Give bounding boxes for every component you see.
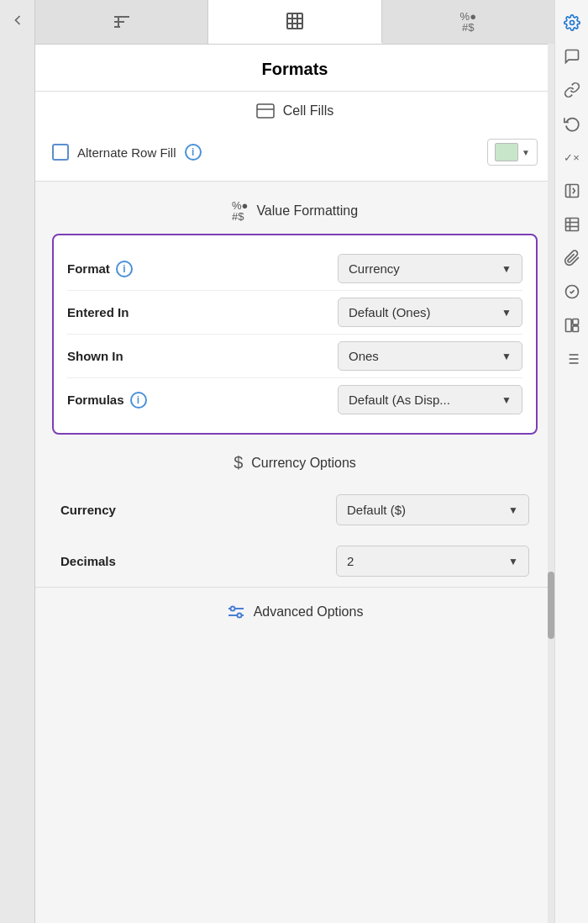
- tab-hierarchy[interactable]: [35, 0, 208, 44]
- formulas-arrow: ▼: [501, 394, 512, 406]
- alternate-row-fill-info[interactable]: i: [185, 144, 202, 161]
- shown-in-label: Shown In: [67, 349, 123, 363]
- scrollbar-thumb[interactable]: [548, 572, 554, 639]
- alt-row-left: Alternate Row Fill i: [52, 144, 202, 161]
- svg-point-14: [237, 614, 241, 618]
- entered-in-arrow: ▼: [501, 307, 512, 319]
- decimals-select[interactable]: 2 ▼: [336, 546, 529, 577]
- value-formatting-header: %● #$ Value Formatting: [35, 185, 554, 234]
- currency-select[interactable]: Default ($) ▼: [336, 494, 529, 525]
- svg-rect-9: [257, 104, 274, 118]
- formulas-label: Formulas i: [67, 392, 147, 409]
- svg-rect-18: [565, 219, 578, 231]
- collapse-panel-button[interactable]: [0, 0, 35, 923]
- entered-in-row: Entered In Default (Ones) ▼: [67, 290, 522, 334]
- currency-options-label: Currency Options: [251, 456, 356, 471]
- decimals-select-arrow: ▼: [508, 556, 518, 567]
- format-select-arrow: ▼: [501, 263, 512, 275]
- alternate-row-fill-label: Alternate Row Fill: [77, 145, 176, 160]
- advanced-options-label: Advanced Options: [254, 604, 364, 620]
- advanced-options-button[interactable]: Advanced Options: [35, 588, 554, 645]
- svg-rect-25: [572, 326, 578, 332]
- format-info-icon[interactable]: i: [116, 261, 133, 277]
- right-sidebar: ✓×: [554, 0, 588, 923]
- svg-rect-24: [572, 319, 578, 325]
- currency-options-header: $ Currency Options: [35, 438, 554, 484]
- main-panel: %● #$ Formats Cell Fills Alternate Row F…: [35, 0, 554, 923]
- currency-label: Currency: [60, 503, 116, 517]
- currency-select-arrow: ▼: [508, 504, 518, 516]
- format-row: Format i Currency ▼: [67, 247, 522, 290]
- fx-icon[interactable]: [558, 177, 586, 205]
- layout-icon[interactable]: [558, 311, 586, 340]
- tab-table[interactable]: [208, 0, 381, 44]
- shown-in-arrow: ▼: [501, 351, 512, 362]
- color-picker-arrow: ▼: [522, 148, 530, 157]
- gear-icon[interactable]: [558, 8, 586, 37]
- entered-in-select[interactable]: Default (Ones) ▼: [338, 298, 522, 327]
- formulas-row: Formulas i Default (As Disp... ▼: [67, 377, 522, 421]
- format-options-box: Format i Currency ▼ Entered In Default (…: [52, 234, 538, 435]
- validate-icon[interactable]: ✓×: [558, 143, 586, 171]
- dollar-sign-icon: $: [234, 453, 243, 472]
- value-formatting-icon: %● #$: [232, 200, 248, 222]
- svg-rect-16: [565, 185, 578, 198]
- decimals-row: Decimals 2 ▼: [35, 535, 554, 587]
- tab-format[interactable]: %● #$: [382, 0, 554, 44]
- svg-point-13: [230, 607, 234, 611]
- content-area: Cell Fills Alternate Row Fill i ▼ %● #$: [35, 92, 554, 923]
- formulas-select[interactable]: Default (As Disp... ▼: [338, 385, 522, 414]
- decimals-label: Decimals: [60, 554, 116, 568]
- currency-row: Currency Default ($) ▼: [35, 484, 554, 535]
- table-icon[interactable]: [558, 210, 586, 239]
- format-label: Format i: [67, 261, 133, 277]
- svg-rect-4: [287, 13, 302, 29]
- checkmark-icon[interactable]: [558, 277, 586, 306]
- page-title: Formats: [35, 45, 554, 92]
- cell-fills-header: Cell Fills: [35, 92, 554, 130]
- color-picker-button[interactable]: ▼: [487, 139, 538, 166]
- value-formatting-label: Value Formatting: [256, 203, 358, 219]
- format-select[interactable]: Currency ▼: [338, 254, 522, 283]
- scrollbar-track: [548, 44, 554, 923]
- shown-in-select[interactable]: Ones ▼: [338, 341, 522, 371]
- history-icon[interactable]: [558, 109, 586, 138]
- alternate-row-fill-row: Alternate Row Fill i ▼: [35, 130, 554, 181]
- formulas-info-icon[interactable]: i: [130, 392, 147, 409]
- svg-rect-23: [565, 319, 571, 332]
- comment-icon[interactable]: [558, 42, 586, 71]
- entered-in-label: Entered In: [67, 305, 129, 319]
- currency-options-section: $ Currency Options Currency Default ($) …: [35, 438, 554, 587]
- list-icon[interactable]: [558, 345, 586, 373]
- paperclip-icon[interactable]: [558, 244, 586, 272]
- svg-point-15: [570, 21, 574, 25]
- color-swatch: [495, 143, 518, 161]
- cell-fills-label: Cell Fills: [283, 103, 333, 119]
- shown-in-row: Shown In Ones ▼: [67, 334, 522, 377]
- alternate-row-fill-checkbox[interactable]: [52, 144, 69, 161]
- value-formatting-section: %● #$ Value Formatting Format i Currency…: [35, 182, 554, 435]
- tab-bar: %● #$: [35, 0, 554, 45]
- link-icon[interactable]: [558, 76, 586, 104]
